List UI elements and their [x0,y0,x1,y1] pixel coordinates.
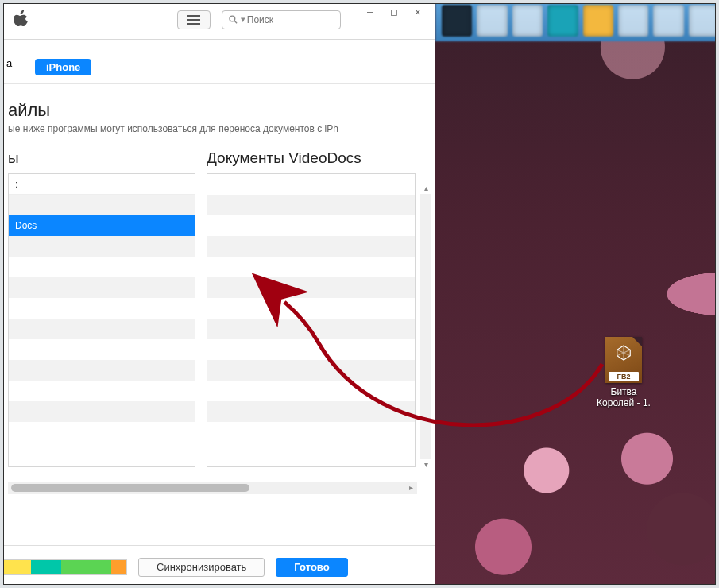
section-title-files: айлы [8,100,416,121]
taskbar-app-3[interactable] [512,5,543,37]
apps-list-row[interactable] [9,360,195,381]
docs-list-row[interactable] [207,174,415,195]
docs-column-header: Документы VideoDocs [207,149,416,167]
breadcrumb-cut: а [6,57,12,69]
search-input[interactable] [247,14,334,25]
documents-list[interactable] [207,173,416,467]
tabs-row: iPhone [0,40,435,84]
apps-list-row[interactable] [9,298,195,319]
apps-list-row[interactable] [9,257,195,277]
scroll-right-icon[interactable]: ▸ [404,482,417,494]
titlebar: ▾ — □ ✕ [0,0,435,40]
apple-logo-icon [13,10,30,30]
taskbar-app-1[interactable] [442,5,472,37]
docs-list-row[interactable] [207,381,415,401]
docs-list-row[interactable] [207,236,415,257]
storage-usage-bar [0,559,127,575]
apps-column-header: ы [8,149,195,167]
docs-list-row[interactable] [207,401,415,422]
docs-list-row[interactable] [207,277,415,298]
apps-list-row[interactable] [9,381,195,401]
bottom-bar: Синхронизировать Готово [0,545,435,588]
svg-rect-2 [187,23,200,25]
horizontal-scrollbar[interactable]: ▸ [8,482,417,494]
itunes-window: ▾ — □ ✕ а iPhone айлы ые ниже программы … [0,0,435,588]
docs-list-row[interactable] [207,257,415,277]
desktop-file-fb2[interactable]: FB2 Битва Королей - 1. [588,337,659,408]
taskbar-app-6[interactable] [618,5,648,37]
search-dropdown-icon: ▾ [241,14,245,25]
svg-rect-1 [187,19,200,21]
taskbar-app-4[interactable] [547,5,578,37]
fb2-file-icon: FB2 [605,337,642,383]
docs-list-row[interactable] [207,195,415,215]
apps-list-row[interactable] [9,422,195,443]
minimize-button[interactable]: — [360,3,381,19]
svg-line-4 [234,21,237,24]
apps-list-header: : [9,174,195,195]
scrollbar-thumb[interactable] [11,484,249,492]
taskbar-app-5[interactable] [583,5,613,37]
apps-list-row[interactable] [9,401,195,422]
apps-list-row[interactable] [9,339,195,360]
vertical-scrollbar[interactable]: ▴ ▾ [420,183,431,470]
section-subtitle: ые ниже программы могут использоваться д… [8,122,416,135]
search-icon [229,14,238,25]
taskbar [435,0,719,41]
maximize-button[interactable]: □ [384,3,404,19]
content-area: айлы ые ниже программы могут использоват… [0,84,435,588]
taskbar-app-8[interactable] [689,5,719,37]
done-button[interactable]: Готово [276,558,347,577]
taskbar-app-2[interactable] [477,5,507,37]
view-list-button[interactable] [177,10,211,29]
svg-point-3 [230,16,235,21]
tab-iphone[interactable]: iPhone [35,59,91,75]
docs-list-row[interactable] [207,319,415,339]
scroll-up-icon[interactable]: ▴ [424,183,428,194]
divider [0,516,435,516]
taskbar-app-7[interactable] [653,5,683,37]
file-badge: FB2 [609,372,639,381]
apps-list-row-selected[interactable]: Docs [9,215,195,236]
docs-list-row[interactable] [207,422,415,443]
docs-list-row[interactable] [207,360,415,381]
apps-list[interactable]: : Docs [8,173,195,467]
desktop-file-name: Битва Королей - 1. [597,386,651,408]
docs-list-row[interactable] [207,215,415,236]
close-button[interactable]: ✕ [408,3,428,19]
docs-list-row[interactable] [207,339,415,360]
apps-list-row[interactable] [9,277,195,298]
docs-list-row[interactable] [207,298,415,319]
scroll-down-icon[interactable]: ▾ [424,459,428,470]
apps-list-row[interactable] [9,195,195,215]
apps-list-row[interactable] [9,319,195,339]
sync-button[interactable]: Синхронизировать [138,558,265,577]
apps-list-row[interactable] [9,236,195,257]
svg-rect-0 [187,15,200,17]
search-field[interactable]: ▾ [222,10,341,29]
